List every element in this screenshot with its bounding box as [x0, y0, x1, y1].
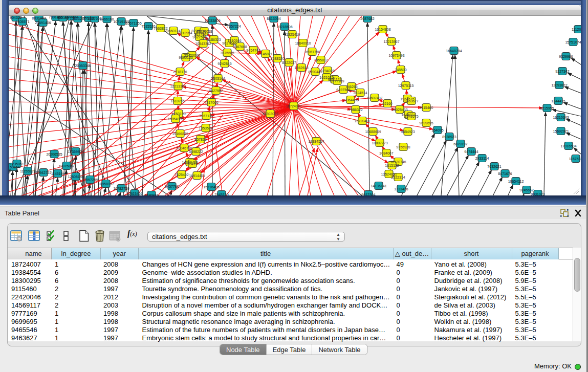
- svg-text:3267130: 3267130: [199, 114, 213, 118]
- svg-text:1235051: 1235051: [10, 162, 24, 166]
- svg-text:10654112: 10654112: [508, 180, 524, 183]
- svg-text:16210643: 16210643: [553, 116, 569, 119]
- svg-text:9474444: 9474444: [464, 150, 478, 154]
- svg-text:1615132: 1615132: [385, 164, 399, 167]
- svg-text:10973493: 10973493: [388, 54, 404, 57]
- svg-text:10688609: 10688609: [365, 130, 381, 134]
- svg-text:9146821: 9146821: [258, 52, 272, 56]
- svg-text:11325419: 11325419: [285, 33, 300, 36]
- svg-text:2718176: 2718176: [173, 70, 187, 74]
- svg-text:9654923: 9654923: [401, 130, 415, 134]
- svg-text:1588520: 1588520: [270, 57, 284, 60]
- svg-text:2522314: 2522314: [391, 176, 405, 179]
- svg-text:8427552: 8427552: [209, 89, 223, 93]
- svg-text:12213967: 12213967: [383, 40, 399, 43]
- svg-text:10046798: 10046798: [176, 146, 192, 150]
- svg-text:18807279: 18807279: [372, 141, 387, 145]
- svg-text:5498222: 5498222: [189, 150, 203, 154]
- svg-text:857833: 857833: [194, 138, 206, 141]
- svg-text:9890123: 9890123: [179, 56, 192, 59]
- svg-text:18724007: 18724007: [286, 104, 301, 108]
- svg-text:19166829: 19166829: [172, 132, 188, 136]
- svg-text:9457791: 9457791: [165, 185, 179, 188]
- svg-text:10958107: 10958107: [98, 182, 114, 186]
- svg-text:15720407: 15720407: [354, 119, 370, 123]
- svg-text:6466160: 6466160: [100, 17, 114, 21]
- svg-text:10025433: 10025433: [391, 108, 407, 112]
- svg-text:7663822: 7663822: [154, 27, 167, 30]
- svg-text:1610755: 1610755: [170, 99, 184, 103]
- svg-text:17957255: 17957255: [82, 178, 98, 182]
- svg-text:4817006: 4817006: [204, 101, 218, 104]
- svg-text:19384554: 19384554: [308, 140, 324, 143]
- svg-text:8912954: 8912954: [178, 31, 192, 35]
- svg-text:16154808: 16154808: [375, 28, 390, 31]
- svg-text:16648784: 16648784: [446, 49, 462, 53]
- svg-text:20206535: 20206535: [46, 152, 62, 156]
- svg-text:17016504: 17016504: [560, 144, 576, 148]
- svg-text:3624514: 3624514: [353, 91, 367, 95]
- svg-text:9904123: 9904123: [185, 162, 199, 166]
- svg-text:15692971: 15692971: [553, 129, 569, 133]
- svg-text:9329966: 9329966: [559, 55, 573, 58]
- svg-text:8813054: 8813054: [267, 17, 280, 20]
- svg-text:9242845: 9242845: [217, 62, 231, 65]
- svg-text:8215955: 8215955: [540, 106, 554, 110]
- svg-text:9912304: 9912304: [361, 193, 375, 196]
- svg-text:10671355: 10671355: [125, 21, 141, 25]
- svg-text:12923466: 12923466: [126, 192, 142, 195]
- svg-text:1810546: 1810546: [227, 39, 241, 42]
- svg-text:1405571: 1405571: [15, 20, 29, 24]
- svg-text:9115460: 9115460: [420, 106, 433, 110]
- svg-text:20364436: 20364436: [342, 98, 358, 102]
- svg-text:16120746: 16120746: [390, 160, 406, 164]
- svg-text:748500: 748500: [395, 68, 406, 72]
- svg-text:7632621: 7632621: [487, 165, 501, 168]
- svg-text:1549575: 1549575: [404, 115, 418, 118]
- svg-text:2933114: 2933114: [475, 157, 489, 160]
- svg-text:9777169: 9777169: [330, 79, 344, 83]
- svg-text:8186323: 8186323: [207, 38, 221, 41]
- svg-text:12942737: 12942737: [35, 171, 51, 174]
- svg-text:14136141: 14136141: [371, 184, 386, 188]
- svg-text:16033809: 16033809: [204, 19, 220, 23]
- svg-text:12213369: 12213369: [170, 84, 186, 88]
- svg-text:16914405: 16914405: [189, 174, 205, 178]
- svg-text:391540: 391540: [9, 169, 11, 172]
- svg-text:1167532: 1167532: [569, 157, 581, 161]
- svg-text:9699695: 9699695: [419, 121, 433, 125]
- svg-text:8471676: 8471676: [498, 172, 512, 176]
- svg-text:6879197: 6879197: [453, 142, 467, 146]
- svg-text:904312: 904312: [10, 16, 21, 19]
- svg-text:2367608: 2367608: [233, 45, 247, 49]
- svg-text:2087682: 2087682: [360, 17, 374, 20]
- svg-text:23226058: 23226058: [196, 30, 212, 33]
- svg-text:1112034: 1112034: [572, 28, 581, 31]
- svg-text:19218506: 19218506: [276, 25, 292, 29]
- svg-text:2803144: 2803144: [211, 77, 225, 80]
- svg-text:18640910: 18640910: [295, 41, 311, 45]
- svg-text:12093872: 12093872: [551, 83, 567, 87]
- svg-text:12505135: 12505135: [68, 175, 83, 179]
- svg-text:9031023: 9031023: [531, 192, 545, 196]
- svg-text:9245652: 9245652: [519, 188, 533, 192]
- svg-text:1362615: 1362615: [294, 66, 308, 70]
- svg-text:1733426: 1733426: [394, 187, 408, 191]
- svg-text:9463627: 9463627: [404, 99, 418, 103]
- svg-text:8322037: 8322037: [282, 61, 296, 64]
- svg-text:1353594: 1353594: [199, 126, 212, 130]
- svg-text:7955812: 7955812: [314, 58, 328, 62]
- svg-text:17359924: 17359924: [68, 150, 83, 154]
- svg-text:9794028: 9794028: [320, 69, 334, 73]
- svg-text:6497508: 6497508: [336, 88, 350, 92]
- svg-text:62160: 62160: [382, 102, 393, 105]
- svg-text:15302033: 15302033: [262, 112, 278, 116]
- svg-text:10543362: 10543362: [195, 42, 211, 46]
- svg-text:8831002: 8831002: [32, 16, 46, 20]
- svg-text:4753190: 4753190: [171, 112, 185, 116]
- svg-text:9153154: 9153154: [9, 165, 20, 169]
- svg-text:7986322: 7986322: [349, 108, 362, 112]
- svg-text:8938923: 8938923: [442, 135, 456, 139]
- svg-text:11156829: 11156829: [20, 169, 35, 173]
- svg-text:1244415: 1244415: [551, 99, 565, 103]
